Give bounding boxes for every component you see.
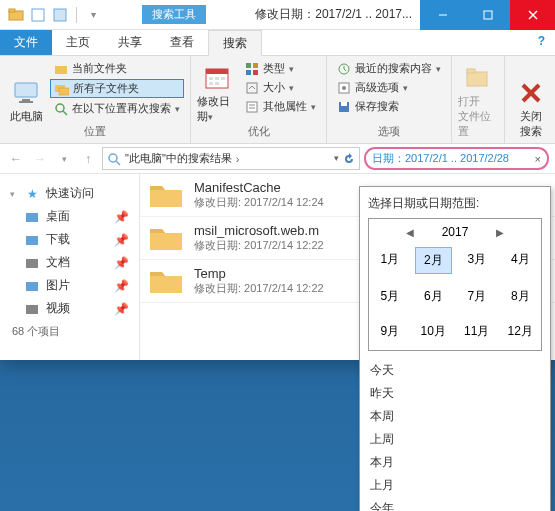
sidebar-item[interactable]: 视频📌 xyxy=(4,297,135,320)
svg-rect-21 xyxy=(221,77,225,80)
calendar-month[interactable]: 1月 xyxy=(371,247,409,274)
calendar-month[interactable]: 9月 xyxy=(371,319,409,344)
maximize-button[interactable] xyxy=(465,0,510,30)
clear-search-icon[interactable]: × xyxy=(535,153,541,165)
modify-date-button[interactable]: 修改日期▾ xyxy=(197,60,237,124)
other-props-button[interactable]: 其他属性▾ xyxy=(241,98,320,115)
tab-search[interactable]: 搜索 xyxy=(208,30,262,56)
this-pc-button[interactable]: 此电脑 xyxy=(6,60,46,124)
search-again-button[interactable]: 在以下位置再次搜索▾ xyxy=(50,100,184,117)
up-button[interactable]: ↑ xyxy=(78,149,98,169)
pin-icon: 📌 xyxy=(114,210,129,224)
calendar-month[interactable]: 3月 xyxy=(458,247,496,274)
date-quick-option[interactable]: 本月 xyxy=(368,451,542,474)
size-button[interactable]: 大小▾ xyxy=(241,79,320,96)
ribbon: 此电脑 当前文件夹 所有子文件夹 在以下位置再次搜索▾ 位置 修改日期▾ 类型▾… xyxy=(0,56,555,144)
refresh-icon[interactable] xyxy=(343,153,355,165)
date-quick-option[interactable]: 上月 xyxy=(368,474,542,497)
quick-access-header[interactable]: ▾ ★ 快速访问 xyxy=(4,182,135,205)
qat-icon-1[interactable] xyxy=(30,7,46,23)
sidebar-item[interactable]: 桌面📌 xyxy=(4,205,135,228)
calendar-prev-button[interactable]: ◀ xyxy=(406,227,414,238)
group-refine-label: 优化 xyxy=(197,124,320,139)
calendar-month[interactable]: 11月 xyxy=(458,319,496,344)
ribbon-tabs: 文件 主页 共享 查看 搜索 ? xyxy=(0,30,555,56)
calendar-month[interactable]: 2月 xyxy=(415,247,453,274)
calendar-year[interactable]: 2017 xyxy=(442,225,469,239)
date-quick-option[interactable]: 今天 xyxy=(368,359,542,382)
calendar-month[interactable]: 6月 xyxy=(415,284,453,309)
svg-rect-46 xyxy=(26,282,38,291)
type-button[interactable]: 类型▾ xyxy=(241,60,320,77)
calendar: ◀ 2017 ▶ 1月2月3月4月5月6月7月8月9月10月11月12月 xyxy=(368,218,542,351)
svg-rect-13 xyxy=(59,88,69,95)
address-dropdown-icon[interactable]: ▾ xyxy=(334,153,339,165)
address-bar-row: ← → ▾ ↑ "此电脑"中的搜索结果 › ▾ 日期：2017/2/1 .. 2… xyxy=(0,144,555,174)
calendar-month[interactable]: 10月 xyxy=(415,319,453,344)
computer-icon xyxy=(12,79,40,107)
svg-rect-28 xyxy=(247,83,257,93)
address-box[interactable]: "此电脑"中的搜索结果 › ▾ xyxy=(102,147,360,170)
advanced-options-button[interactable]: 高级选项▾ xyxy=(333,79,445,96)
date-quick-option[interactable]: 本周 xyxy=(368,405,542,428)
tab-share[interactable]: 共享 xyxy=(104,30,156,55)
chevron-down-icon[interactable]: ▾ xyxy=(10,189,18,199)
type-icon xyxy=(245,62,259,76)
svg-rect-47 xyxy=(26,305,38,314)
properties-icon xyxy=(245,100,259,114)
star-icon: ★ xyxy=(24,186,40,202)
folder-app-icon xyxy=(8,7,24,23)
open-location-button[interactable]: 打开文件位置 xyxy=(458,60,498,139)
qat-dropdown-icon[interactable]: ▾ xyxy=(85,7,101,23)
close-button[interactable] xyxy=(510,0,555,30)
recent-icon xyxy=(337,62,351,76)
current-folder-button[interactable]: 当前文件夹 xyxy=(50,60,184,77)
save-search-button[interactable]: 保存搜索 xyxy=(333,98,445,115)
all-subfolders-button[interactable]: 所有子文件夹 xyxy=(50,79,184,98)
svg-point-14 xyxy=(56,104,64,112)
svg-rect-11 xyxy=(55,66,67,74)
calendar-month[interactable]: 8月 xyxy=(502,284,540,309)
titlebar: ▾ 搜索工具 修改日期：2017/2/1 .. 2017... xyxy=(0,0,555,30)
recent-searches-button[interactable]: 最近的搜索内容▾ xyxy=(333,60,445,77)
date-quick-option[interactable]: 昨天 xyxy=(368,382,542,405)
forward-button[interactable]: → xyxy=(30,149,50,169)
tab-home[interactable]: 主页 xyxy=(52,30,104,55)
folder-small-icon xyxy=(24,232,40,248)
file-tab[interactable]: 文件 xyxy=(0,30,52,55)
svg-rect-24 xyxy=(246,63,251,68)
size-icon xyxy=(245,81,259,95)
recent-locations-button[interactable]: ▾ xyxy=(54,149,74,169)
chevron-right-icon[interactable]: › xyxy=(236,153,240,165)
tab-view[interactable]: 查看 xyxy=(156,30,208,55)
sidebar-item[interactable]: 下载📌 xyxy=(4,228,135,251)
open-location-label: 打开文件位置 xyxy=(458,94,498,139)
sidebar-item[interactable]: 文档📌 xyxy=(4,251,135,274)
svg-rect-1 xyxy=(9,9,15,12)
help-button[interactable]: ? xyxy=(528,30,555,55)
svg-rect-36 xyxy=(341,102,347,106)
date-quick-option[interactable]: 上周 xyxy=(368,428,542,451)
svg-rect-2 xyxy=(32,9,44,21)
svg-rect-19 xyxy=(209,77,213,80)
back-button[interactable]: ← xyxy=(6,149,26,169)
svg-rect-27 xyxy=(253,70,258,75)
qat-icon-2[interactable] xyxy=(52,7,68,23)
sidebar-item[interactable]: 图片📌 xyxy=(4,274,135,297)
calendar-month[interactable]: 12月 xyxy=(502,319,540,344)
calendar-month[interactable]: 4月 xyxy=(502,247,540,274)
breadcrumb[interactable]: "此电脑"中的搜索结果 xyxy=(125,151,232,166)
sidebar-item-label: 视频 xyxy=(46,300,70,317)
search-text: 日期：2017/2/1 .. 2017/2/28 xyxy=(372,151,509,166)
date-quick-option[interactable]: 今年 xyxy=(368,497,542,511)
group-location-label: 位置 xyxy=(6,124,184,139)
folder-icon xyxy=(148,266,184,296)
search-input[interactable]: 日期：2017/2/1 .. 2017/2/28 × xyxy=(364,147,549,170)
calendar-month[interactable]: 5月 xyxy=(371,284,409,309)
folder-icon xyxy=(148,223,184,253)
minimize-button[interactable] xyxy=(420,0,465,30)
calendar-next-button[interactable]: ▶ xyxy=(496,227,504,238)
calendar-month[interactable]: 7月 xyxy=(458,284,496,309)
close-search-button[interactable]: 关闭搜索 xyxy=(511,60,551,139)
folder-icon xyxy=(148,180,184,210)
